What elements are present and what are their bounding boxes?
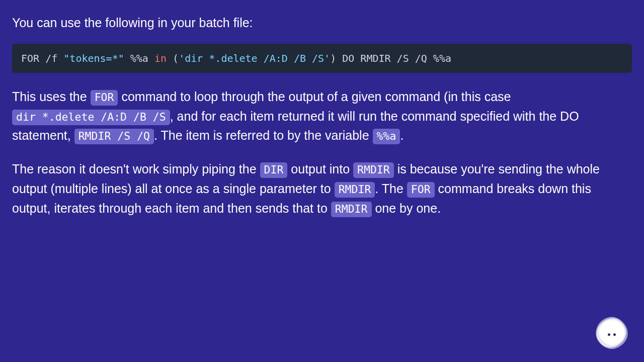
- code-string: 'dir *.delete /A:D /B /S': [179, 52, 330, 64]
- assistant-avatar-button[interactable]: [594, 315, 630, 351]
- blob-icon: [594, 315, 630, 351]
- inline-code: DIR: [260, 162, 288, 178]
- code-block[interactable]: FOR /f "tokens=*" %%a in ('dir *.delete …: [12, 44, 632, 73]
- avatar-face: [594, 315, 630, 351]
- text: .: [400, 128, 404, 142]
- code-string: "tokens=*": [63, 52, 124, 64]
- avatar-eye-right: [613, 333, 616, 336]
- text: This uses the: [12, 89, 91, 104]
- text: command to loop through the output of a …: [118, 89, 511, 104]
- avatar-eye-left: [608, 333, 610, 336]
- inline-code: %%a: [373, 129, 400, 144]
- text: one by one.: [372, 201, 441, 215]
- text: output into: [287, 162, 353, 176]
- inline-code: FOR: [91, 90, 118, 106]
- inline-code: RMDIR /S /Q: [74, 129, 154, 144]
- paragraph-2: The reason it doesn't work simply piping…: [12, 159, 632, 218]
- answer-body: You can use the following in your batch …: [0, 0, 644, 218]
- code-keyword: in: [154, 52, 167, 64]
- inline-code: RMDIR: [335, 182, 375, 198]
- code-text: %%a: [124, 52, 154, 64]
- inline-code: RMDIR: [331, 202, 372, 217]
- code-text: FOR /f: [21, 52, 63, 64]
- code-text: ) DO RMDIR /S /Q %%a: [330, 52, 451, 64]
- inline-code: FOR: [407, 182, 435, 198]
- intro-text: You can use the following in your batch …: [12, 13, 632, 33]
- code-text: (: [167, 52, 179, 64]
- inline-code: RMDIR: [353, 162, 394, 178]
- text: . The item is referred to by the variabl…: [154, 128, 372, 142]
- text: The reason it doesn't work simply piping…: [12, 162, 260, 176]
- paragraph-1: This uses the FOR command to loop throug…: [12, 87, 632, 145]
- text: . The: [375, 182, 407, 196]
- inline-code: dir *.delete /A:D /B /S: [12, 110, 170, 125]
